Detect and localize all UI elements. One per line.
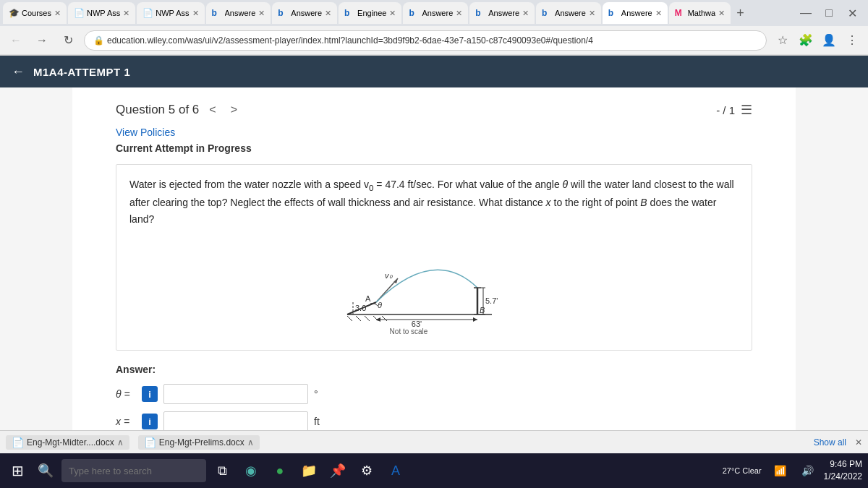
tab-bar: 🎓 Courses ✕ 📄 NWP Ass ✕ 📄 NWP Ass ✕ b An…	[0, 0, 868, 26]
word-icon[interactable]: A	[383, 458, 409, 484]
question-nav: Question 5 of 6 < >	[116, 102, 242, 118]
tab-answer3[interactable]: b Answere ✕	[403, 2, 468, 24]
extension-icon[interactable]: 🧩	[796, 30, 816, 51]
ssl-lock-icon: 🔒	[93, 35, 104, 46]
tab-label-answer6: Answere	[621, 9, 652, 17]
bookmark-star-icon[interactable]: ☆	[773, 30, 793, 51]
tab-close-nwpass1[interactable]: ✕	[123, 9, 129, 18]
doc2-label: Eng-Mgt-Prelims.docx	[159, 437, 244, 448]
new-tab-button[interactable]: +	[732, 6, 749, 21]
tab-close-courses[interactable]: ✕	[54, 9, 61, 18]
tab-mathway[interactable]: M Mathwa ✕	[669, 2, 731, 24]
theta-var-label: θ =	[116, 388, 136, 400]
task-view-icon[interactable]: ⧉	[209, 458, 235, 484]
svg-line-1	[347, 316, 352, 321]
tab-close-nwpass2[interactable]: ✕	[192, 9, 199, 18]
menu-icon[interactable]: ⋮	[842, 30, 862, 51]
svg-line-3	[365, 316, 370, 321]
close-window-button[interactable]: ✕	[842, 3, 862, 23]
tab-engineer[interactable]: b Enginee ✕	[339, 2, 401, 24]
volume-icon[interactable]: 🔊	[795, 458, 821, 484]
nav-bar: ← → ↻ 🔒 education.wiley.com/was/ui/v2/as…	[0, 26, 868, 55]
tab-label-engineer: Enginee	[357, 9, 386, 17]
tab-label-answer4: Answere	[488, 9, 519, 17]
x-info-button[interactable]: i	[142, 414, 158, 429]
doc1-item[interactable]: 📄 Eng-Mgt-Midter....docx ∧	[6, 435, 129, 450]
taskbar-time: 9:46 PM	[824, 458, 862, 471]
tab-courses[interactable]: 🎓 Courses ✕	[3, 2, 67, 24]
doc1-label: Eng-Mgt-Midter....docx	[27, 437, 114, 448]
tab-close-answer2[interactable]: ✕	[325, 9, 331, 18]
prev-question-button[interactable]: <	[205, 102, 220, 118]
tab-label-answer5: Answere	[555, 9, 586, 17]
address-text: education.wiley.com/was/ui/v2/assessment…	[107, 35, 757, 46]
show-all-button[interactable]: Show all	[814, 437, 846, 448]
tab-close-mathway[interactable]: ✕	[718, 9, 725, 18]
tab-favicon-b4: b	[409, 8, 419, 18]
svg-marker-23	[473, 317, 477, 322]
refresh-button[interactable]: ↻	[58, 30, 78, 51]
bottom-bar: 📄 Eng-Mgt-Midter....docx ∧ 📄 Eng-Mgt-Pre…	[0, 430, 868, 453]
view-policies-link[interactable]: View Policies	[116, 127, 175, 138]
tab-nwpass1[interactable]: 📄 NWP Ass ✕	[68, 2, 135, 24]
address-bar[interactable]: 🔒 education.wiley.com/was/ui/v2/assessme…	[84, 30, 767, 51]
question-box: Water is ejected from the water nozzle w…	[116, 164, 752, 351]
tab-close-answer1[interactable]: ✕	[258, 9, 265, 18]
explorer-icon[interactable]: 📁	[296, 458, 322, 484]
bottom-bar-close-button[interactable]: ✕	[855, 437, 862, 448]
tab-favicon-b7: b	[608, 8, 618, 18]
tab-label-mathway: Mathwa	[688, 9, 716, 17]
tab-favicon-nwpass2: 📄	[142, 8, 153, 18]
forward-button[interactable]: →	[32, 30, 52, 51]
doc2-close-button[interactable]: ∧	[247, 437, 254, 448]
tab-close-engineer[interactable]: ✕	[389, 9, 396, 18]
question-text: Water is ejected from the water nozzle w…	[129, 176, 739, 227]
edge-icon[interactable]: ◉	[238, 458, 264, 484]
minimize-button[interactable]: —	[796, 3, 816, 23]
tab-close-answer4[interactable]: ✕	[522, 9, 529, 18]
diagram-container: θ A v₀ 5.7'	[129, 239, 739, 333]
tab-label-nwpass2: NWP Ass	[156, 9, 189, 17]
theta-info-button[interactable]: i	[142, 386, 158, 402]
question-number: Question 5 of 6	[116, 103, 199, 117]
taskbar-datetime: 9:46 PM 1/24/2022	[824, 458, 862, 483]
next-question-button[interactable]: >	[226, 102, 242, 118]
tab-favicon-b3: b	[344, 8, 354, 18]
answer-label: Answer:	[116, 364, 752, 375]
svg-text:B: B	[480, 306, 485, 314]
tab-close-answer3[interactable]: ✕	[456, 9, 462, 18]
back-arrow-icon[interactable]: ←	[12, 64, 25, 80]
settings-icon[interactable]: ⚙	[354, 458, 380, 484]
wifi-icon[interactable]: 📶	[767, 458, 793, 484]
nav-right-icons: ☆ 🧩 👤 ⋮	[773, 30, 862, 51]
tab-close-answer6[interactable]: ✕	[655, 9, 662, 18]
maximize-button[interactable]: □	[819, 3, 839, 23]
taskbar-search-input[interactable]	[61, 459, 206, 482]
tab-answer1[interactable]: b Answere ✕	[206, 2, 271, 24]
tab-answer6[interactable]: b Answere ✕	[603, 2, 668, 24]
taskbar-pin1-icon[interactable]: 📌	[325, 458, 351, 484]
profile-icon[interactable]: 👤	[819, 30, 839, 51]
score-text: - / 1	[716, 104, 735, 116]
tab-nwpass2[interactable]: 📄 NWP Ass ✕	[137, 2, 204, 24]
x-unit: ft	[314, 416, 320, 427]
tab-answer4[interactable]: b Answere ✕	[469, 2, 535, 24]
tab-answer5[interactable]: b Answere ✕	[536, 2, 601, 24]
list-icon[interactable]: ☰	[741, 102, 752, 118]
tab-favicon-nwpass1: 📄	[74, 8, 84, 18]
chrome-icon[interactable]: ●	[267, 458, 293, 484]
theta-input[interactable]	[163, 384, 308, 404]
tab-answer2[interactable]: b Answere ✕	[272, 2, 337, 24]
start-button[interactable]: ⊞	[6, 462, 30, 479]
x-input[interactable]	[163, 411, 308, 432]
taskbar-sys-icons: 27°C Clear 📶 🔊	[723, 458, 821, 484]
doc2-item[interactable]: 📄 Eng-Mgt-Prelims.docx ∧	[138, 435, 260, 450]
svg-line-2	[356, 316, 361, 321]
tab-favicon-b5: b	[475, 8, 485, 18]
search-taskbar-icon[interactable]: 🔍	[33, 458, 59, 484]
tab-label-answer1: Answere	[225, 9, 256, 17]
tab-close-answer5[interactable]: ✕	[589, 9, 595, 18]
back-button[interactable]: ←	[6, 30, 26, 51]
doc1-close-button[interactable]: ∧	[117, 437, 124, 448]
svg-text:5.7': 5.7'	[485, 296, 498, 305]
